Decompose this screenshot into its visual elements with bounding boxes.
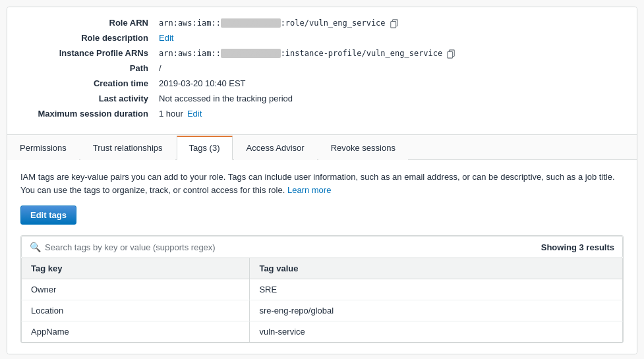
results-count: Showing 3 results: [541, 242, 614, 252]
role-arn-row: Role ARN arn:aws:iam::XXXXXXXXXXXX:role/…: [20, 18, 624, 28]
path-value: /: [159, 63, 161, 73]
instance-profile-row: Instance Profile ARNs arn:aws:iam::XXXXX…: [20, 48, 624, 58]
tag-key-cell: Owner: [22, 279, 250, 300]
tag-key-cell: Location: [22, 300, 250, 321]
col-tag-key: Tag key: [22, 258, 250, 279]
copy-instance-profile-icon[interactable]: [446, 49, 455, 59]
path-label: Path: [20, 63, 159, 73]
table-row: Locationsre-eng-repo/global: [22, 300, 623, 321]
tags-tab-content: IAM tags are key-value pairs you can add…: [7, 159, 637, 354]
last-activity-row: Last activity Not accessed in the tracki…: [20, 94, 624, 103]
tab-revoke-sessions[interactable]: Revoke sessions: [318, 136, 408, 160]
search-icon: 🔍: [30, 242, 41, 252]
last-activity-label: Last activity: [20, 94, 159, 103]
edit-tags-button[interactable]: Edit tags: [20, 206, 76, 225]
tab-permissions[interactable]: Permissions: [7, 136, 79, 160]
table-header-row: Tag key Tag value: [22, 258, 623, 279]
table-row: OwnerSRE: [22, 279, 623, 300]
role-description-value: Edit: [159, 33, 173, 43]
details-section: Role ARN arn:aws:iam::XXXXXXXXXXXX:role/…: [7, 7, 637, 134]
last-activity-value: Not accessed in the tracking period: [159, 94, 293, 103]
tabs-bar: Permissions Trust relationships Tags (3)…: [7, 134, 637, 159]
role-arn-label: Role ARN: [20, 18, 159, 28]
col-tag-value: Tag value: [250, 258, 623, 279]
max-session-edit-link[interactable]: Edit: [187, 109, 202, 119]
creation-time-label: Creation time: [20, 78, 159, 88]
max-session-row: Maximum session duration 1 hour Edit: [20, 109, 624, 119]
instance-profile-label: Instance Profile ARNs: [20, 48, 159, 58]
table-row: AppNamevuln-service: [22, 321, 623, 343]
tab-trust-relationships[interactable]: Trust relationships: [80, 136, 175, 160]
max-session-label: Maximum session duration: [20, 109, 159, 119]
creation-time-row: Creation time 2019-03-20 10:40 EST: [20, 78, 624, 88]
creation-time-value: 2019-03-20 10:40 EST: [159, 78, 246, 88]
tag-value-cell: vuln-service: [250, 321, 623, 343]
tags-table: Tag key Tag value OwnerSRELocationsre-en…: [21, 258, 623, 343]
search-input-wrap: 🔍: [30, 242, 541, 252]
learn-more-link[interactable]: Learn more: [287, 185, 331, 195]
role-description-row: Role description Edit: [20, 33, 624, 43]
role-arn-masked: XXXXXXXXXXXX: [221, 18, 281, 28]
role-arn-text: arn:aws:iam::XXXXXXXXXXXX:role/vuln_eng_…: [159, 18, 386, 28]
search-bar: 🔍 Showing 3 results: [21, 236, 623, 258]
tag-value-cell: sre-eng-repo/global: [250, 300, 623, 321]
tab-tags[interactable]: Tags (3): [177, 136, 233, 160]
role-description-label: Role description: [20, 33, 159, 43]
svg-rect-3: [448, 52, 453, 59]
path-row: Path /: [20, 63, 624, 73]
tag-value-cell: SRE: [250, 279, 623, 300]
copy-arn-icon[interactable]: [390, 19, 399, 28]
svg-rect-1: [390, 22, 395, 28]
role-arn-value: arn:aws:iam::XXXXXXXXXXXX:role/vuln_eng_…: [159, 18, 399, 28]
search-input[interactable]: [45, 242, 229, 252]
tags-description: IAM tags are key-value pairs you can add…: [20, 171, 624, 196]
role-description-edit-link[interactable]: Edit: [159, 33, 173, 43]
tab-access-advisor[interactable]: Access Advisor: [234, 136, 317, 160]
instance-profile-value: arn:aws:iam::XXXXXXXXXXXX:instance-profi…: [159, 49, 455, 58]
max-session-value: 1 hour Edit: [159, 109, 202, 119]
instance-profile-text: arn:aws:iam::XXXXXXXXXXXX:instance-profi…: [159, 49, 442, 58]
instance-profile-masked: XXXXXXXXXXXX: [221, 49, 281, 58]
search-container: 🔍 Showing 3 results Tag key Tag value Ow…: [20, 235, 624, 343]
tag-key-cell: AppName: [22, 321, 250, 343]
